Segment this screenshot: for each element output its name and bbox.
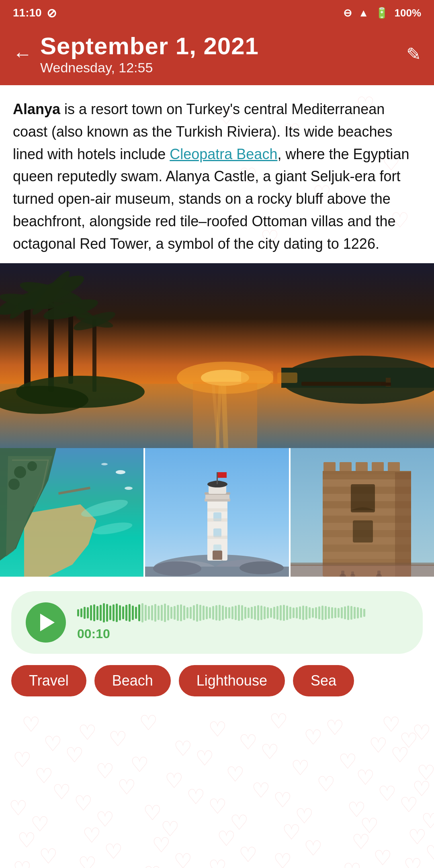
cleopatra-beach-link[interactable]: Cleopatra Beach	[170, 146, 277, 162]
svg-rect-9	[381, 383, 391, 386]
article-bold-start: Alanya	[13, 101, 60, 117]
svg-rect-58	[207, 508, 227, 512]
svg-rect-26	[241, 371, 273, 383]
edit-button[interactable]: ✎	[406, 44, 421, 64]
tag-lighthouse[interactable]: Lighthouse	[179, 665, 285, 696]
svg-point-35	[125, 487, 133, 490]
tag-beach[interactable]: Beach	[94, 665, 171, 696]
svg-rect-48	[205, 494, 229, 499]
svg-rect-59	[207, 518, 227, 522]
header-title-block: September 1, 2021 Wednesday, 12:55	[32, 32, 406, 76]
tag-travel[interactable]: Travel	[11, 665, 86, 696]
beach-aerial-svg	[0, 448, 143, 577]
svg-point-62	[240, 561, 284, 574]
svg-point-38	[27, 461, 37, 471]
battery-icon: 🔋	[375, 7, 388, 19]
svg-point-37	[14, 466, 26, 478]
play-button[interactable]	[26, 602, 66, 643]
play-icon	[40, 614, 55, 631]
page-subtitle: Wednesday, 12:55	[40, 60, 406, 76]
svg-point-36	[101, 463, 108, 465]
status-left: 11:10 ⊘	[13, 6, 57, 20]
svg-rect-12	[68, 307, 73, 384]
photo-thumb-tower	[289, 448, 434, 577]
wifi-icon: ▲	[358, 7, 369, 19]
photos-row	[0, 448, 434, 577]
svg-rect-52	[217, 472, 218, 484]
status-bar: 11:10 ⊘ ⊖ ▲ 🔋 100%	[0, 0, 434, 26]
audio-info: 00:10	[77, 603, 408, 641]
status-right: ⊖ ▲ 🔋 100%	[343, 7, 421, 19]
article-text: ♡ ♡ ♡ ♡ ♡ ♡ ♡ ♡ Alanya is a resort town …	[0, 85, 434, 263]
status-time: 11:10	[13, 6, 42, 19]
svg-point-61	[153, 561, 201, 576]
bottom-area: ♡♡♡♡♡♡♡♡♡♡♡♡♡♡♡♡♡♡♡♡♡♡♡♡♡♡♡♡♡♡♡♡♡♡♡♡♡♡♡♡…	[0, 709, 434, 868]
svg-rect-7	[301, 382, 390, 386]
svg-rect-80	[395, 472, 411, 577]
svg-rect-87	[291, 565, 434, 577]
page-title: September 1, 2021	[40, 32, 406, 60]
svg-rect-10	[24, 299, 31, 388]
svg-rect-53	[218, 472, 227, 478]
battery-text: 100%	[395, 7, 422, 19]
waveform	[77, 603, 408, 622]
svg-rect-27	[277, 373, 297, 383]
svg-point-39	[8, 479, 20, 490]
svg-rect-79	[353, 520, 373, 542]
main-photo	[0, 263, 434, 448]
status-icon-notif: ⊘	[47, 6, 57, 20]
svg-rect-57	[213, 551, 222, 560]
photo-thumb-lighthouse	[143, 448, 289, 577]
tags-row: TravelBeachLighthouseSea	[0, 662, 434, 709]
svg-rect-88	[291, 563, 434, 566]
photo-thumb-beach	[0, 448, 143, 577]
svg-rect-60	[207, 536, 227, 539]
audio-time: 00:10	[77, 626, 408, 641]
tag-sea[interactable]: Sea	[293, 665, 354, 696]
sunset-svg	[0, 263, 434, 448]
back-button[interactable]: ←	[13, 43, 32, 65]
article-paragraph: Alanya is a resort town on Turkey's cent…	[13, 98, 421, 255]
header: ← September 1, 2021 Wednesday, 12:55 ✎	[0, 26, 434, 85]
svg-point-34	[116, 470, 125, 474]
heart-pattern-bg: ♡♡♡♡♡♡♡♡♡♡♡♡♡♡♡♡♡♡♡♡♡♡♡♡♡♡♡♡♡♡♡♡♡♡♡♡♡♡♡♡…	[0, 709, 434, 868]
audio-player: 00:10	[11, 591, 423, 654]
tower-svg	[291, 448, 434, 577]
dnd-icon: ⊖	[343, 7, 352, 19]
content: ♡ ♡ ♡ ♡ ♡ ♡ ♡ ♡ Alanya is a resort town …	[0, 85, 434, 868]
lighthouse-svg	[145, 448, 289, 577]
